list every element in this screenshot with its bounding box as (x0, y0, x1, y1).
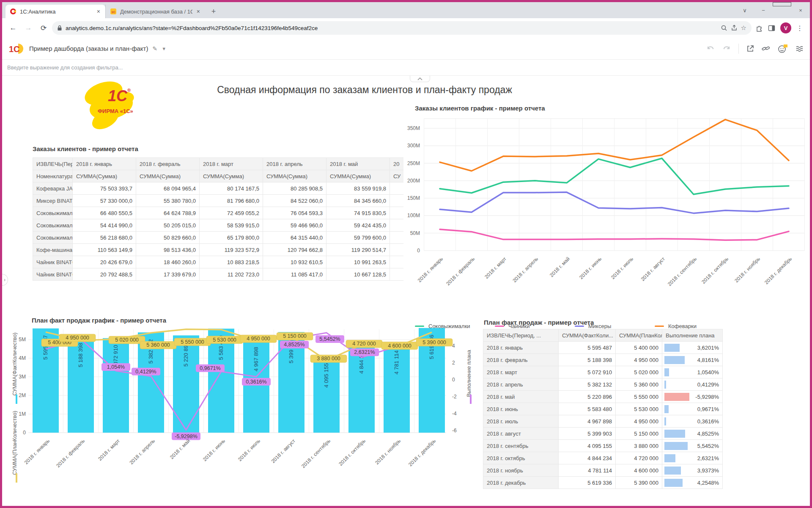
order-sum-cell[interactable]: 72 459 055,2 (200, 207, 263, 219)
order-sum-cell[interactable]: 11 202 723,0 (200, 268, 263, 281)
url-text[interactable]: analytics.demo.1c.ru/analytics/ans?state… (66, 25, 717, 31)
order-sum-cell[interactable]: 55 380 780,0 (136, 195, 200, 207)
plan-cell[interactable]: 5 390 000 (616, 477, 662, 489)
order-sum-cell[interactable]: 80 174 167,5 (200, 182, 263, 195)
order-sum-cell[interactable]: 66 480 550,5 (73, 207, 136, 219)
fact-cell[interactable]: 5 619 336 (559, 477, 616, 489)
plan-cell[interactable]: 5 550 000 (616, 391, 662, 403)
period-cell[interactable]: 2018 г. январь (483, 342, 559, 354)
period-cell[interactable]: 2018 г. июль (483, 415, 559, 428)
order-sum-cell[interactable]: 59 799 600,0 (326, 232, 390, 244)
tab-demo-base[interactable]: 1С Демонстрационная база / 1С:ЕР × (105, 5, 205, 18)
fact-cell[interactable]: 5 072 910 (559, 366, 616, 378)
order-sum-cell[interactable]: 20 426 679,0 (73, 256, 136, 268)
fact-cell[interactable]: 5 382 132 (559, 378, 616, 391)
order-sum-cell[interactable]: 10 932 610,5 (263, 256, 326, 268)
fact-cell[interactable]: 5 583 480 (559, 403, 616, 415)
close-window-icon[interactable]: × (791, 2, 810, 18)
fact-cell[interactable]: 4 967 898 (559, 415, 616, 428)
plan-completion-cell[interactable]: 2,6321% (662, 452, 723, 464)
order-sum-cell[interactable]: 83 559 919,8 (326, 182, 390, 195)
order-sum-cell[interactable]: 17 339 679,0 (136, 268, 200, 281)
plan-cell[interactable]: 4 950 000 (616, 354, 662, 366)
plan-completion-cell[interactable]: -5,9298% (662, 391, 723, 403)
fact-cell[interactable]: 5 399 903 (559, 428, 616, 440)
plan-completion-cell[interactable]: 0,9671% (662, 403, 723, 415)
plan-completion-cell[interactable]: 5,5452% (662, 440, 723, 452)
plan-cell[interactable]: 4 720 000 (616, 452, 662, 464)
maximize-icon[interactable] (773, 2, 791, 18)
product-name[interactable]: Миксер BINATONE ... (33, 195, 73, 207)
bookmark-star-icon[interactable]: ☆ (741, 24, 746, 32)
order-sum-cell[interactable]: 110 563 149,9 (73, 244, 136, 256)
minimize-icon[interactable]: − (754, 2, 773, 18)
orders-line-chart[interactable]: 050M100M150M200M250M300M350M2018 г. янва… (391, 116, 810, 320)
planfact-bar-chart[interactable]: 5M4M3M2M1M0420-2-4-65 595 4875 188 3985 … (10, 323, 487, 505)
forward-icon[interactable]: → (22, 21, 35, 35)
settings-waves-icon[interactable] (796, 45, 804, 52)
chevron-down-icon[interactable]: ▼ (162, 46, 166, 51)
order-sum-cell[interactable]: 58 539 915,0 (200, 219, 263, 232)
plan-cell[interactable]: 4 950 000 (616, 415, 662, 428)
order-sum-cell[interactable]: 57 330 000,0 (73, 195, 136, 207)
planfact-table[interactable]: ИЗВЛЕЧЬ(Период, ...СУММА(ФактКоли...СУММ… (483, 329, 723, 489)
plan-cell[interactable]: 3 880 000 (616, 440, 662, 452)
fact-cell[interactable]: 4 095 155 (559, 440, 616, 452)
open-external-icon[interactable] (746, 45, 754, 52)
product-name[interactable]: Кофе-машина "Уни... (33, 244, 73, 256)
back-icon[interactable]: ← (6, 21, 20, 35)
extensions-puzzle-icon[interactable] (756, 25, 763, 32)
fact-cell[interactable]: 5 188 398 (559, 354, 616, 366)
product-name[interactable]: Кофеварка JACOB... (33, 182, 73, 195)
order-sum-cell[interactable]: 75 503 393,7 (73, 182, 136, 195)
order-sum-cell[interactable]: 74 915 830,5 (326, 207, 390, 219)
period-cell[interactable]: 2018 г. август (483, 428, 559, 440)
window-menu-icon[interactable]: ∨ (735, 2, 754, 18)
order-sum-cell[interactable]: 64 315 440,0 (263, 232, 326, 244)
period-cell[interactable]: 2018 г. март (483, 366, 559, 378)
order-sum-cell[interactable]: 119 290 514,7 (326, 244, 390, 256)
plan-completion-cell[interactable]: 4,2548% (662, 477, 723, 489)
product-name[interactable]: Соковыжималка B... (33, 219, 73, 232)
order-sum-cell[interactable]: 98 513 436,0 (136, 244, 200, 256)
plan-cell[interactable]: 5 530 000 (616, 403, 662, 415)
plan-cell[interactable]: 5 360 000 (616, 378, 662, 391)
undo-icon[interactable] (706, 45, 715, 52)
order-sum-cell[interactable]: 10 991 263,5 (326, 256, 390, 268)
tab-close-icon[interactable]: × (96, 8, 101, 15)
link-icon[interactable] (762, 45, 770, 52)
plan-cell[interactable]: 5 020 000 (616, 366, 662, 378)
side-panel-icon[interactable] (768, 25, 775, 32)
order-sum-cell[interactable]: 59 466 960,0 (263, 219, 326, 232)
product-name[interactable]: Соковыжималка "... (33, 232, 73, 244)
order-sum-cell[interactable]: 56 218 680,0 (73, 232, 136, 244)
order-sum-cell[interactable]: 81 796 680,0 (200, 195, 263, 207)
legend-item[interactable]: Кофеварки (655, 323, 735, 329)
period-cell[interactable]: 2018 г. февраль (483, 354, 559, 366)
period-cell[interactable]: 2018 г. май (483, 391, 559, 403)
order-sum-cell[interactable]: 54 414 990,0 (73, 219, 136, 232)
plan-completion-cell[interactable]: 0,4129% (662, 378, 723, 391)
order-sum-cell[interactable]: 84 345 660,0 (326, 195, 390, 207)
period-cell[interactable]: 2018 г. сентябрь (483, 440, 559, 452)
plan-completion-cell[interactable]: 4,8161% (662, 354, 723, 366)
plan-cell[interactable]: 4 600 000 (616, 464, 662, 477)
plan-cell[interactable]: 5 150 000 (616, 428, 662, 440)
order-sum-cell[interactable]: 50 829 660,0 (136, 232, 200, 244)
fact-cell[interactable]: 5 220 896 (559, 391, 616, 403)
tab-analytics[interactable]: 1С:Аналитика × (5, 5, 105, 18)
zoom-icon[interactable] (721, 25, 727, 31)
order-sum-cell[interactable]: 68 094 965,4 (136, 182, 200, 195)
reload-icon[interactable]: ⟳ (37, 21, 50, 35)
edit-pencil-icon[interactable]: ✎ (152, 45, 157, 52)
order-sum-cell[interactable]: 80 285 908,5 (263, 182, 326, 195)
share-icon[interactable] (731, 25, 738, 31)
address-bar[interactable]: analytics.demo.1c.ru/analytics/ans?state… (52, 21, 752, 35)
browser-menu-icon[interactable]: ⋮ (796, 24, 803, 32)
order-sum-cell[interactable]: 76 054 593,3 (263, 207, 326, 219)
order-sum-cell[interactable]: 120 794 662,8 (263, 244, 326, 256)
plan-completion-cell[interactable]: 1,0540% (662, 366, 723, 378)
plan-completion-cell[interactable]: 4,8525% (662, 428, 723, 440)
fact-cell[interactable]: 4 781 114 (559, 464, 616, 477)
new-tab-button[interactable]: + (208, 6, 219, 17)
